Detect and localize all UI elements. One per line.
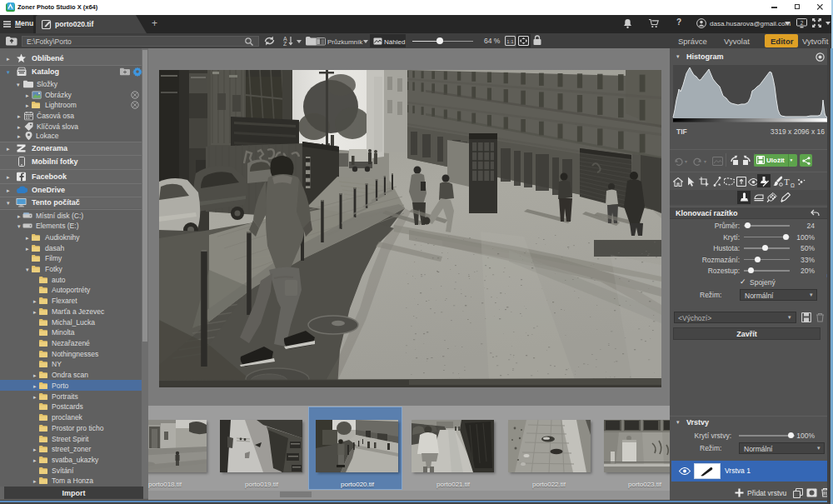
svg-text:Ω: Ω [791, 182, 795, 188]
svg-text:T: T [784, 177, 790, 187]
